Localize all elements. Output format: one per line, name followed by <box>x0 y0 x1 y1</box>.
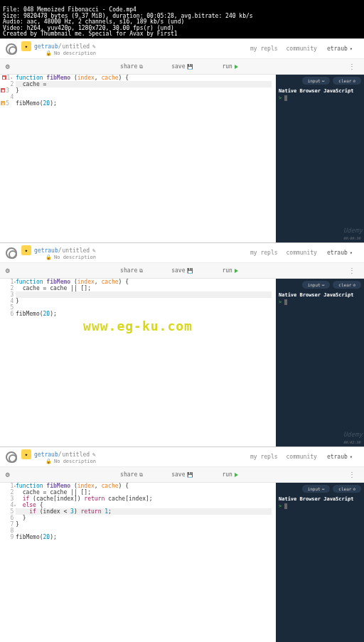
save-icon: 💾 <box>187 268 193 274</box>
console-pane: input ⌨ clear ⊘ Native Browser JavaScrip… <box>276 75 364 242</box>
warn-marker-icon: ▲ <box>1 101 5 105</box>
my-repls-link[interactable]: my repls <box>250 454 278 460</box>
no-description: No description <box>54 459 96 464</box>
console-title: Native Browser JavaScript <box>279 88 361 94</box>
ffprobe-output: File: 048 Memoized Fibonacci - Code.mp4 … <box>0 0 364 38</box>
user-link[interactable]: getraub <box>34 247 58 254</box>
community-link[interactable]: community <box>287 46 317 52</box>
top-bar: ✦ getraub/untitled ✎ 🔒 No description my… <box>0 243 364 263</box>
repl-title[interactable]: untitled <box>63 451 90 458</box>
save-icon: 💾 <box>187 64 193 70</box>
save-button[interactable]: save💾 <box>171 471 193 478</box>
share-button[interactable]: share⧉ <box>120 267 143 274</box>
user-link[interactable]: getraub <box>34 451 58 458</box>
console-cursor <box>284 503 287 509</box>
code-body[interactable]: function fibMemo (index, cache) { cache … <box>16 75 272 107</box>
account-menu[interactable]: etraub▾ <box>321 44 358 53</box>
repl-instance-2: ✦ getraub/untitled ✎ 🔒 No description my… <box>0 242 364 446</box>
clear-button[interactable]: clear ⊘ <box>333 485 361 493</box>
input-button[interactable]: input ⌨ <box>302 281 331 289</box>
account-menu[interactable]: etraub▾ <box>321 452 358 461</box>
chevron-down-icon: ▾ <box>350 250 353 256</box>
console-cursor <box>284 95 287 101</box>
top-bar: ✦ getraub/untitled ✎ 🔒 No description my… <box>0 447 364 467</box>
lock-icon: 🔒 <box>46 459 52 464</box>
run-button[interactable]: run <box>222 471 237 478</box>
clear-button[interactable]: clear ⊘ <box>333 77 361 85</box>
toolbar: ⚙ share⧉ save💾 run ⋮ <box>0 467 364 483</box>
save-button[interactable]: save💾 <box>171 267 193 274</box>
gutter: 1▾ 2 3 4 5 6 <box>0 279 16 317</box>
code-editor[interactable]: 1▾ 2 3 4 5 6 function fibMemo (index, ca… <box>0 279 276 446</box>
console-pane: input ⌨ clear ⊘ Native Browser JavaScrip… <box>276 483 364 642</box>
gutter: ■1▾ 2 ■3 4 ▲5 <box>0 75 16 107</box>
console-title: Native Browser JavaScript <box>279 292 361 298</box>
input-button[interactable]: input ⌨ <box>302 485 331 493</box>
code-body[interactable]: function fibMemo (index, cache) { cache … <box>16 279 272 317</box>
share-button[interactable]: share⧉ <box>120 471 143 478</box>
share-icon: ⧉ <box>139 472 143 478</box>
menu-dots-icon[interactable]: ⋮ <box>348 267 355 274</box>
replit-logo-icon[interactable] <box>6 451 17 463</box>
chevron-down-icon: ▾ <box>350 46 353 52</box>
community-link[interactable]: community <box>287 250 317 256</box>
error-marker-icon: ■ <box>1 88 5 92</box>
clear-button[interactable]: clear ⊘ <box>333 281 361 289</box>
run-button[interactable]: run <box>222 267 237 274</box>
toolbar: ⚙ share⧉ save💾 run ⋮ <box>0 263 364 279</box>
lock-icon: 🔒 <box>46 255 52 260</box>
avatar[interactable]: ✦ <box>21 41 31 51</box>
input-button[interactable]: input ⌨ <box>302 77 331 85</box>
account-menu[interactable]: etraub▾ <box>321 248 358 257</box>
save-icon: 💾 <box>187 472 193 478</box>
edit-icon[interactable]: ✎ <box>92 247 96 254</box>
run-button[interactable]: run <box>222 63 237 70</box>
code-editor[interactable]: 1▾ 2 3 4▾ 5 6 7 8 9 function fibMemo (in… <box>0 483 276 642</box>
console-pane: input ⌨ clear ⊘ Native Browser JavaScrip… <box>276 279 364 446</box>
error-marker-icon: ■ <box>2 75 6 80</box>
console-prompt[interactable]: > <box>279 503 282 509</box>
console-prompt[interactable]: > <box>279 299 282 305</box>
share-icon: ⧉ <box>139 64 143 70</box>
edit-icon[interactable]: ✎ <box>92 451 96 458</box>
repl-instance-3: ✦ getraub/untitled ✎ 🔒 No description my… <box>0 446 364 642</box>
my-repls-link[interactable]: my repls <box>250 46 278 52</box>
lock-icon: 🔒 <box>46 50 52 56</box>
toolbar: ⚙ share⧉ save💾 run ⋮ <box>0 59 364 75</box>
play-icon <box>235 65 238 69</box>
udemy-watermark: Udemy00:00:30 <box>343 227 363 241</box>
edit-icon[interactable]: ✎ <box>92 43 96 50</box>
community-link[interactable]: community <box>287 454 317 460</box>
watermark: www.eg-ku.com <box>83 319 193 333</box>
save-button[interactable]: save💾 <box>171 63 193 70</box>
gutter: 1▾ 2 3 4▾ 5 6 7 8 9 <box>0 483 16 540</box>
avatar[interactable]: ✦ <box>21 449 31 459</box>
user-link[interactable]: getraub <box>34 43 58 50</box>
ffprobe-created: Created by Thumbnail me. Special for Ava… <box>3 31 178 37</box>
share-button[interactable]: share⧉ <box>120 63 143 70</box>
replit-logo-icon[interactable] <box>6 43 17 55</box>
code-body[interactable]: function fibMemo (index, cache) { cache … <box>16 483 272 540</box>
udemy-watermark: Udemy00:02:30 <box>343 431 363 445</box>
code-editor[interactable]: ■1▾ 2 ■3 4 ▲5 function fibMemo (index, c… <box>0 75 276 242</box>
no-description: No description <box>54 50 96 56</box>
menu-dots-icon[interactable]: ⋮ <box>348 63 355 70</box>
chevron-down-icon: ▾ <box>350 454 353 460</box>
no-description: No description <box>54 255 96 260</box>
replit-logo-icon[interactable] <box>6 247 17 259</box>
repl-instance-1: ✦ getraub/untitled ✎ 🔒 No description my… <box>0 38 364 242</box>
console-cursor <box>284 299 287 305</box>
console-prompt[interactable]: > <box>279 95 282 101</box>
play-icon <box>235 269 238 273</box>
top-bar: ✦ getraub/untitled ✎ 🔒 No description my… <box>0 39 364 59</box>
menu-dots-icon[interactable]: ⋮ <box>348 471 355 478</box>
repl-title[interactable]: untitled <box>63 43 90 50</box>
play-icon <box>235 473 238 477</box>
console-title: Native Browser JavaScript <box>279 496 361 502</box>
share-icon: ⧉ <box>139 268 143 274</box>
avatar[interactable]: ✦ <box>21 245 31 255</box>
my-repls-link[interactable]: my repls <box>250 250 278 256</box>
repl-title[interactable]: untitled <box>63 247 90 254</box>
